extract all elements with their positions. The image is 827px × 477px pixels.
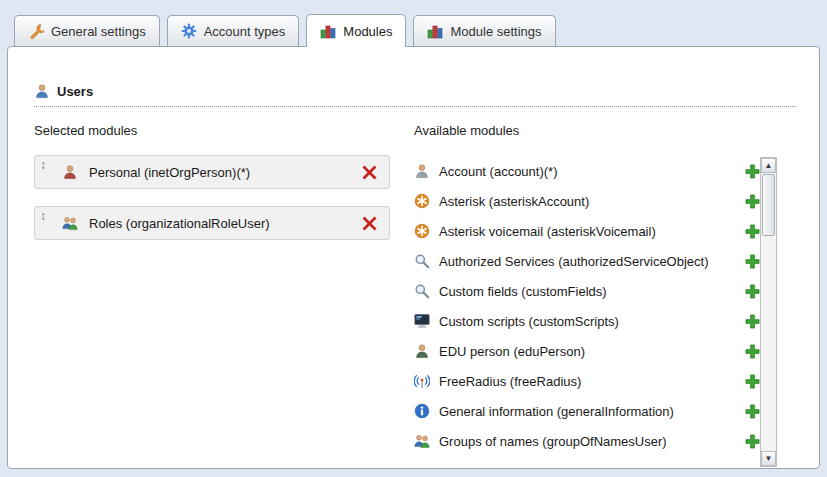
scrollbar-thumb[interactable] (762, 174, 775, 236)
add-module-button[interactable] (745, 374, 760, 389)
selected-module-label: Roles (organizationalRoleUser) (89, 216, 270, 231)
available-module-label: EDU person (eduPerson) (439, 344, 745, 359)
available-module-row: Asterisk (asteriskAccount) (414, 186, 760, 216)
available-module-row: Custom fields (customFields) (414, 276, 760, 306)
modules-icon (427, 23, 443, 39)
add-module-button[interactable] (745, 194, 760, 209)
add-module-button[interactable] (745, 164, 760, 179)
scrollbar[interactable]: ▲ ▼ (760, 157, 777, 467)
person-icon (414, 163, 430, 179)
delete-x-icon (362, 216, 377, 231)
available-module-row: Account (account)(*) (414, 156, 760, 186)
tab-label: Module settings (450, 24, 541, 39)
group-icon (414, 433, 430, 449)
available-module-label: Asterisk (asteriskAccount) (439, 194, 745, 209)
available-module-row: General information (generalInformation) (414, 396, 760, 426)
add-module-button[interactable] (745, 434, 760, 449)
tab-module-settings[interactable]: Module settings (413, 15, 555, 46)
add-module-button[interactable] (745, 284, 760, 299)
add-module-button[interactable] (745, 224, 760, 239)
plus-icon (745, 314, 760, 329)
available-module-label: Groups of names (groupOfNamesUser) (439, 434, 745, 449)
add-module-button[interactable] (745, 404, 760, 419)
drag-handle-icon[interactable]: ↕ (40, 156, 46, 171)
modules-icon (320, 23, 336, 39)
plus-icon (745, 284, 760, 299)
wrench-icon (28, 23, 44, 39)
edu-person-icon (414, 343, 430, 359)
available-module-label: Authorized Services (authorizedServiceOb… (439, 254, 745, 269)
plus-icon (745, 404, 760, 419)
selected-modules-heading: Selected modules (34, 123, 390, 138)
asterisk-icon (414, 193, 430, 209)
person-icon (62, 164, 78, 180)
remove-module-button[interactable] (362, 165, 377, 180)
remove-module-button[interactable] (362, 216, 377, 231)
plus-icon (745, 344, 760, 359)
plus-icon (745, 194, 760, 209)
content-panel: Users Selected modules ↕ Personal (inetO… (7, 46, 820, 469)
plus-icon (745, 254, 760, 269)
available-modules-heading: Available modules (414, 123, 819, 138)
available-module-label: Custom fields (customFields) (439, 284, 745, 299)
tab-label: Account types (204, 24, 286, 39)
up-arrow-icon: ▲ (765, 161, 773, 170)
section-header: Users (34, 83, 795, 107)
plus-icon (745, 164, 760, 179)
available-module-label: Custom scripts (customScripts) (439, 314, 745, 329)
antenna-icon (414, 373, 430, 389)
selected-module-row[interactable]: ↕ Roles (organizationalRoleUser) (34, 206, 390, 240)
scroll-down-button[interactable]: ▼ (761, 451, 776, 466)
down-arrow-icon: ▼ (765, 454, 773, 463)
badge-gear-icon (181, 23, 197, 39)
plus-icon (745, 224, 760, 239)
tab-account-types[interactable]: Account types (167, 15, 300, 46)
asterisk-icon (414, 223, 430, 239)
available-module-row: EDU person (eduPerson) (414, 336, 760, 366)
plus-icon (745, 434, 760, 449)
tab-general-settings[interactable]: General settings (14, 15, 160, 46)
available-module-row: Asterisk voicemail (asteriskVoicemail) (414, 216, 760, 246)
group-icon (62, 215, 78, 231)
drag-handle-icon[interactable]: ↕ (40, 207, 46, 222)
tab-label: General settings (51, 24, 146, 39)
available-module-label: Asterisk voicemail (asteriskVoicemail) (439, 224, 745, 239)
available-module-row: Custom scripts (customScripts) (414, 306, 760, 336)
available-module-row: FreeRadius (freeRadius) (414, 366, 760, 396)
add-module-button[interactable] (745, 344, 760, 359)
scrollbar-track[interactable] (761, 173, 776, 451)
tab-bar: General settings Account types Modules M… (0, 0, 827, 46)
available-module-label: Account (account)(*) (439, 164, 745, 179)
available-module-label: FreeRadius (freeRadius) (439, 374, 745, 389)
available-modules-column: Available modules Account (account)(*) A… (414, 123, 819, 456)
available-module-row: Groups of names (groupOfNamesUser) (414, 426, 760, 456)
terminal-icon (414, 313, 430, 329)
selected-module-row[interactable]: ↕ Personal (inetOrgPerson)(*) (34, 155, 390, 189)
add-module-button[interactable] (745, 254, 760, 269)
magnifier-icon (414, 283, 430, 299)
selected-modules-column: Selected modules ↕ Personal (inetOrgPers… (34, 123, 390, 456)
info-icon (414, 403, 430, 419)
delete-x-icon (362, 165, 377, 180)
tab-modules[interactable]: Modules (306, 14, 406, 47)
available-modules-list: Account (account)(*) Asterisk (asteriskA… (414, 156, 760, 456)
user-icon (34, 83, 50, 99)
section-title: Users (57, 84, 93, 99)
available-module-row: Authorized Services (authorizedServiceOb… (414, 246, 760, 276)
modules-columns: Selected modules ↕ Personal (inetOrgPers… (34, 123, 819, 456)
selected-module-label: Personal (inetOrgPerson)(*) (89, 165, 250, 180)
available-module-label: General information (generalInformation) (439, 404, 745, 419)
plus-icon (745, 374, 760, 389)
magnifier-icon (414, 253, 430, 269)
tab-label: Modules (343, 24, 392, 39)
add-module-button[interactable] (745, 314, 760, 329)
scroll-up-button[interactable]: ▲ (761, 158, 776, 173)
